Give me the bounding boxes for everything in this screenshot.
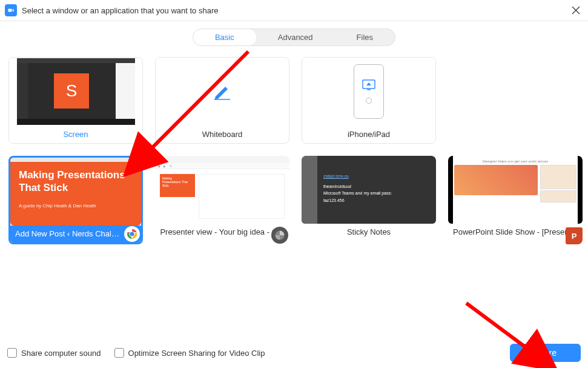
share-option-iphone-ipad[interactable]: iPhone/iPad <box>302 57 436 144</box>
dialog-title: Select a window or an application that y… <box>22 6 569 15</box>
tab-basic[interactable]: Basic <box>193 29 256 45</box>
checkbox-optimize-video[interactable]: Optimize Screen Sharing for Video Clip <box>114 348 265 358</box>
tile-label: Presenter view - Your big idea - G... <box>155 224 289 241</box>
slide-subtitle: A guide by Chip Heath & Dan Heath <box>19 203 133 209</box>
checkbox-share-sound[interactable]: Share computer sound <box>7 348 101 358</box>
dialog-footer: Share computer sound Optimize Screen Sha… <box>0 338 588 368</box>
share-option-window-chrome[interactable]: Making Presentations That Stick A guide … <box>8 156 143 244</box>
tile-label: PowerPoint Slide Show - [Present... <box>448 224 583 241</box>
powerpoint-icon: P <box>566 227 583 244</box>
close-icon[interactable] <box>569 3 583 18</box>
chrome-icon <box>124 226 140 242</box>
tile-label: Add New Post ‹ Nerds Chalk — ... <box>10 226 141 243</box>
screen-preview: S <box>9 58 142 125</box>
tab-files[interactable]: Files <box>335 29 395 45</box>
slide-title: Making Presentations That Stick <box>19 169 133 195</box>
whiteboard-icon <box>156 58 289 125</box>
tab-advanced[interactable]: Advanced <box>256 29 335 45</box>
phone-icon <box>302 58 435 125</box>
tile-label: Sticky Notes <box>302 224 436 241</box>
checkbox-label: Share computer sound <box>21 349 101 358</box>
checkbox-icon <box>7 348 17 358</box>
tile-label: Whiteboard <box>156 125 289 143</box>
dialog-header: Select a window or an application that y… <box>0 0 588 21</box>
share-option-window-sticky[interactable]: zstjgrj.tznv.zu theandroidsoul Microsoft… <box>302 156 436 244</box>
tile-label: iPhone/iPad <box>302 125 435 143</box>
share-button[interactable]: Share <box>510 344 581 362</box>
zoom-icon <box>5 4 17 16</box>
share-option-window-powerpoint[interactable]: Designer helps you get your point across… <box>448 156 583 244</box>
svg-point-6 <box>130 232 134 236</box>
share-option-window-presenter[interactable]: ◀▶↻ MakingPresentations ThatStick Presen… <box>155 156 289 244</box>
tabs-container: Basic Advanced Files <box>0 28 588 46</box>
share-option-whiteboard[interactable]: Whiteboard <box>155 57 289 144</box>
checkbox-icon <box>114 348 124 358</box>
share-option-screen[interactable]: S Screen <box>8 57 143 144</box>
tile-label: Screen <box>9 125 142 143</box>
generic-app-icon <box>271 227 288 244</box>
svg-rect-0 <box>8 9 12 12</box>
checkbox-label: Optimize Screen Sharing for Video Clip <box>128 349 265 358</box>
